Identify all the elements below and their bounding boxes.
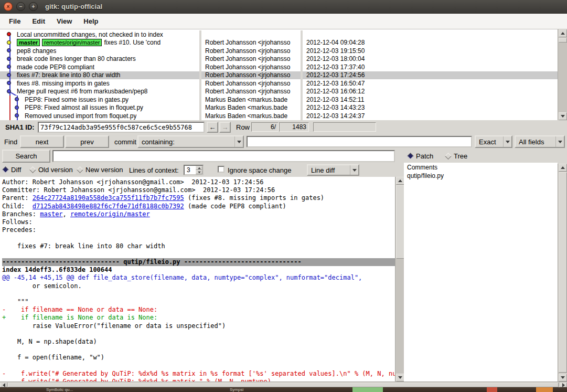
spin-down-button[interactable] [196, 170, 202, 174]
scroll-up-button[interactable] [559, 164, 567, 172]
scrollbar-thumb[interactable] [559, 38, 567, 43]
diff-text: Author: Robert Johansson <jrjohansson@gm… [2, 178, 264, 186]
scroll-up-button[interactable] [396, 177, 404, 185]
diff-line: + if filename is None or data is None: [2, 314, 395, 322]
new-version-radio[interactable]: New version [78, 166, 123, 174]
horizontal-scrollbar[interactable] [0, 382, 567, 387]
spin-up-button[interactable] [196, 166, 202, 170]
commit-link[interactable]: d7125ab8438498e882f6c7fde71df8188c0b7392 [33, 203, 184, 210]
title-bar[interactable]: × – + gitk: qutip-official [0, 0, 567, 14]
row-current: 6/ [251, 122, 279, 132]
diff-text: Child: [2, 203, 33, 210]
pane-separator[interactable] [301, 30, 303, 39]
commit-link[interactable]: master [40, 210, 62, 218]
commit-row[interactable]: masterremotes/origin/masterfixes #10. Us… [0, 39, 558, 47]
pane-separator[interactable] [199, 30, 201, 39]
commit-date: 2012-12-03 16:50:47 [303, 80, 558, 87]
commit-subject: Removed unused import from floquet.py [25, 112, 136, 120]
minimize-button[interactable]: – [16, 2, 25, 11]
scroll-right-button[interactable] [560, 383, 567, 387]
scroll-down-button[interactable] [559, 374, 567, 382]
branch-label-remote[interactable]: remotes/origin/master [42, 39, 102, 46]
commit-date: 2012-12-03 18:00:04 [303, 55, 558, 62]
find-next-button[interactable]: next [20, 135, 64, 148]
commit-row[interactable]: Merge pull request #6 from markusbaden/p… [0, 88, 558, 96]
commit-author: Markus Baden <markus.bade [201, 96, 301, 103]
containing-dropdown[interactable]: containing: [137, 135, 244, 148]
patch-radio[interactable]: Patch [408, 152, 433, 160]
scroll-left-button[interactable] [0, 383, 7, 387]
maximize-button[interactable]: + [29, 2, 38, 11]
diff-scrollbar[interactable] [395, 177, 404, 382]
menu-item[interactable]: View [51, 14, 78, 29]
menu-item[interactable]: Help [78, 14, 104, 29]
commit-row[interactable]: made code PEP8 compliant Robert Johansso… [0, 63, 558, 71]
menu-item[interactable]: Edit [26, 14, 51, 29]
menu-item[interactable]: File [3, 14, 26, 29]
history-back-button[interactable]: ← [207, 122, 218, 133]
diff-mode-dropdown[interactable]: Line diff [307, 164, 359, 176]
scroll-up-button[interactable] [559, 29, 567, 37]
find-query-input[interactable] [247, 136, 472, 147]
find-prev-button[interactable]: prev [65, 135, 109, 148]
file-list-item[interactable]: Comments [404, 164, 558, 172]
lines-of-context-label: Lines of context: [129, 166, 179, 174]
patch-tree-header: Patch Tree [404, 149, 558, 163]
commit-dot-icon [7, 48, 11, 52]
file-list-item[interactable]: qutip/fileio.py [404, 172, 558, 181]
radio-diamond-icon [77, 166, 83, 173]
search-input[interactable] [52, 150, 395, 162]
commit-link[interactable]: remotes/origin/master [70, 210, 150, 218]
dropdown-button[interactable] [555, 136, 564, 147]
diff-line: Author: Robert Johansson <jrjohansson@gm… [2, 178, 395, 186]
desktop-icon-label: Sympsi [230, 387, 243, 392]
scroll-down-button[interactable] [396, 374, 404, 382]
arrow-up-icon [398, 179, 402, 182]
commit-link[interactable]: 264c27724a8190a558de3ca755f11fb7b7fc7595 [33, 194, 184, 202]
tree-radio[interactable]: Tree [446, 152, 467, 160]
commit-author: Robert Johansson <jrjohansso [201, 55, 301, 62]
commit-row[interactable]: PEP8: Fixed some issues in gates.py Mark… [0, 96, 558, 104]
scrollbar-thumb[interactable] [396, 185, 404, 259]
row-label: Row [236, 123, 250, 131]
dropdown-button[interactable] [503, 136, 511, 147]
branch-label-local[interactable]: master [17, 39, 40, 46]
search-button[interactable]: Search [2, 150, 50, 163]
commit-row[interactable]: Local uncommitted changes, not checked i… [0, 30, 558, 39]
commit-row[interactable]: fixes #7: break line into 80 char width … [0, 71, 558, 80]
history-forward-button[interactable]: → [219, 122, 231, 133]
match-type-dropdown[interactable]: Exact [475, 135, 512, 148]
diff-radio[interactable]: Diff [3, 166, 21, 174]
diff-line [2, 234, 395, 242]
commit-dot-icon [7, 73, 11, 77]
commit-subject-cell: PEP8: Fixed almost all issues in floquet… [0, 104, 199, 112]
commit-row[interactable]: break code lines longer than 80 characte… [0, 55, 558, 63]
commit-date: 2012-12-04 09:04:28 [303, 39, 558, 46]
chevron-down-icon [352, 169, 357, 172]
context-spinbox[interactable]: 3 [184, 165, 204, 175]
scroll-down-button[interactable] [559, 112, 567, 120]
sha1-input[interactable] [38, 122, 205, 133]
arrow-down-icon [561, 376, 565, 379]
ignore-space-checkbox[interactable] [218, 166, 224, 173]
commit-date: 2012-12-03 14:24:37 [303, 112, 558, 120]
commit-row[interactable]: Removed unused import from floquet.py Ma… [0, 112, 558, 120]
old-version-radio[interactable]: Old version [30, 166, 73, 174]
close-button[interactable]: × [4, 2, 13, 11]
fields-dropdown[interactable]: All fields [515, 135, 565, 148]
file-list-scrollbar[interactable] [558, 164, 567, 382]
arrow-left-icon [3, 383, 5, 387]
commit-author: Robert Johansson <jrjohansso [201, 39, 301, 46]
commit-row[interactable]: PEP8: Fixed almost all issues in floquet… [0, 104, 558, 112]
scrollbar-thumb[interactable] [559, 172, 567, 373]
diff-view[interactable]: Author: Robert Johansson <jrjohansson@gm… [0, 177, 395, 382]
diff-text: Follows: [2, 218, 36, 226]
scrollbar-thumb[interactable] [8, 383, 559, 387]
dropdown-button[interactable] [350, 165, 358, 175]
commit-row[interactable]: pep8 changes Robert Johansson <jrjohanss… [0, 47, 558, 55]
commit-row[interactable]: fixes #8. missing imports in gates Rober… [0, 79, 558, 88]
diff-line: M, N = np.shape(data) [2, 338, 395, 346]
dropdown-button[interactable] [234, 136, 243, 147]
commit-author: Robert Johansson <jrjohansso [201, 88, 301, 95]
commit-list-scrollbar[interactable] [558, 29, 567, 120]
